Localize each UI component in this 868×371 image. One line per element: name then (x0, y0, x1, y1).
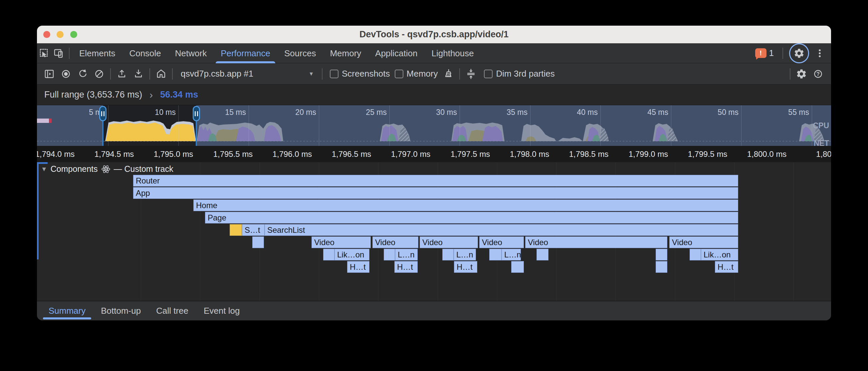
flame-bar-video[interactable]: Video (372, 236, 418, 248)
flame-bar-video[interactable]: Video (669, 236, 738, 248)
flame-bar[interactable] (690, 249, 701, 260)
kebab-menu-icon (814, 48, 826, 59)
flame-bar-video[interactable]: Video (420, 236, 478, 248)
tab-application[interactable]: Application (368, 43, 424, 63)
tab-memory[interactable]: Memory (323, 43, 368, 63)
flame-bar[interactable] (323, 249, 335, 260)
flame-bar-app[interactable]: App (133, 187, 738, 199)
selection-handle-right[interactable] (193, 106, 200, 121)
flame-bar[interactable] (656, 261, 667, 273)
flame-bar-video[interactable]: Video (312, 236, 371, 248)
device-toolbar-button[interactable] (52, 46, 66, 61)
memory-checkbox[interactable] (395, 69, 403, 78)
svg-text:?: ? (816, 71, 820, 77)
memory-label: Memory (407, 68, 438, 79)
dim-3rd-parties-label: Dim 3rd parties (496, 68, 555, 79)
overview-strip[interactable]: CPU NET 5 ms10 ms15 ms20 ms25 ms30 ms35 … (37, 105, 831, 146)
flame-bar-l-n[interactable]: L…n (454, 249, 476, 260)
collapse-recording-button[interactable] (464, 66, 478, 81)
overview-gridline (460, 105, 460, 146)
collect-garbage-button[interactable] (441, 66, 456, 81)
flame-bar-home[interactable]: Home (193, 199, 738, 211)
bottom-tabbar: SummaryBottom-upCall treeEvent log (37, 301, 831, 320)
flame-bar[interactable] (489, 249, 502, 260)
flame-bar-l-n[interactable]: L…n (395, 249, 418, 260)
track-selection-edge (37, 162, 39, 259)
screenshots-checkbox[interactable] (330, 69, 339, 78)
divider (790, 68, 790, 80)
flame-bar[interactable] (442, 249, 454, 260)
inspect-icon (39, 48, 50, 59)
full-range-crumb[interactable]: Full range (3,653.76 ms) (44, 90, 142, 100)
overview-tick-label: 5 ms (56, 108, 105, 117)
tab-elements[interactable]: Elements (72, 43, 122, 63)
record-button[interactable] (59, 66, 73, 81)
track-header[interactable]: ▼ Components — Custom track (41, 164, 174, 174)
flame-bar-router[interactable]: Router (133, 175, 738, 187)
flame-bar-h-t[interactable]: H…t (394, 261, 418, 273)
perf-settings-button[interactable] (794, 66, 809, 81)
bottom-tab-summary[interactable]: Summary (41, 302, 93, 320)
record-and-reload-button[interactable] (75, 66, 90, 81)
screenshots-label: Screenshots (342, 68, 390, 79)
overview-tick-label: 40 ms (548, 108, 598, 117)
overview-tick-label: 30 ms (407, 108, 457, 117)
tab-performance[interactable]: Performance (214, 43, 277, 63)
flame-bar-searchlist[interactable]: SearchList (265, 224, 738, 236)
screenshot-stage: DevTools - qsvd7p.csb.app/video/1 Elemen… (0, 0, 868, 371)
flame-bar-video[interactable]: Video (479, 236, 524, 248)
reload-icon (77, 68, 88, 80)
flame-bar-video[interactable]: Video (525, 236, 667, 248)
flame-bar-h-t[interactable]: H…t (715, 261, 738, 273)
load-profile-button[interactable] (115, 66, 129, 81)
device-toolbar-icon (53, 48, 65, 59)
bottom-tab-bottom-up[interactable]: Bottom-up (93, 302, 149, 320)
flame-bar-page[interactable]: Page (205, 212, 738, 224)
chevron-right-icon: › (149, 89, 153, 101)
flame-bar[interactable] (252, 236, 264, 248)
flame-bar[interactable] (511, 261, 524, 273)
bottom-tab-call-tree[interactable]: Call tree (149, 302, 196, 320)
toggle-sidebar-button[interactable] (42, 66, 57, 81)
issues-badge[interactable]: ! (755, 48, 767, 58)
ruler-tick-label: 1,799.5 ms (688, 149, 727, 159)
save-profile-button[interactable] (131, 66, 146, 81)
selected-range-crumb[interactable]: 56.34 ms (160, 90, 198, 100)
flame-bar[interactable] (536, 249, 549, 260)
flame-bar[interactable] (384, 249, 395, 260)
tab-console[interactable]: Console (122, 43, 168, 63)
disclosure-triangle-icon[interactable]: ▼ (41, 166, 47, 173)
flame-area[interactable]: ▼ Components — Custom track RouterAppHom… (37, 162, 831, 301)
flame-bar-h-t[interactable]: H…t (454, 261, 477, 273)
track-title: Components (51, 164, 98, 174)
chevron-down-icon: ▼ (309, 71, 314, 77)
clear-button[interactable] (92, 66, 106, 81)
flame-bar[interactable] (656, 249, 667, 260)
inspect-element-button[interactable] (37, 46, 52, 61)
flame-bar-h-t[interactable]: H…t (347, 261, 369, 273)
settings-button-focused[interactable] (789, 43, 809, 63)
panel-toggle-icon (43, 68, 55, 80)
tab-lighthouse[interactable]: Lighthouse (425, 43, 481, 63)
help-button[interactable]: ? (811, 66, 826, 81)
more-options-button[interactable] (812, 46, 827, 61)
tab-network[interactable]: Network (168, 43, 214, 63)
flame-bar-lik-on[interactable]: Lik…on (335, 249, 369, 260)
flame-bar-lik-on[interactable]: Lik…on (701, 249, 738, 260)
ruler-tick-label: 1,798.0 ms (510, 149, 550, 159)
dim-3rd-parties-checkbox[interactable] (484, 69, 493, 78)
net-lane-label: NET (814, 139, 829, 146)
tab-sources[interactable]: Sources (277, 43, 323, 63)
overview-gridline (178, 105, 179, 146)
home-button[interactable] (154, 66, 168, 81)
bottom-tab-event-log[interactable]: Event log (196, 302, 247, 320)
cpu-lane-label: CPU (813, 121, 829, 130)
selection-handle-left[interactable] (99, 106, 106, 121)
home-icon (155, 68, 167, 80)
flame-bar-l-n[interactable]: L…n (502, 249, 521, 260)
overview-gridline (812, 105, 812, 146)
ruler-tick-label: 1,794.5 ms (95, 149, 134, 159)
flame-bar-s-t[interactable]: S…t (242, 224, 265, 236)
flame-bar[interactable] (230, 224, 242, 236)
target-selector[interactable]: qsvd7p.csb.app #1 ▼ (176, 66, 319, 82)
